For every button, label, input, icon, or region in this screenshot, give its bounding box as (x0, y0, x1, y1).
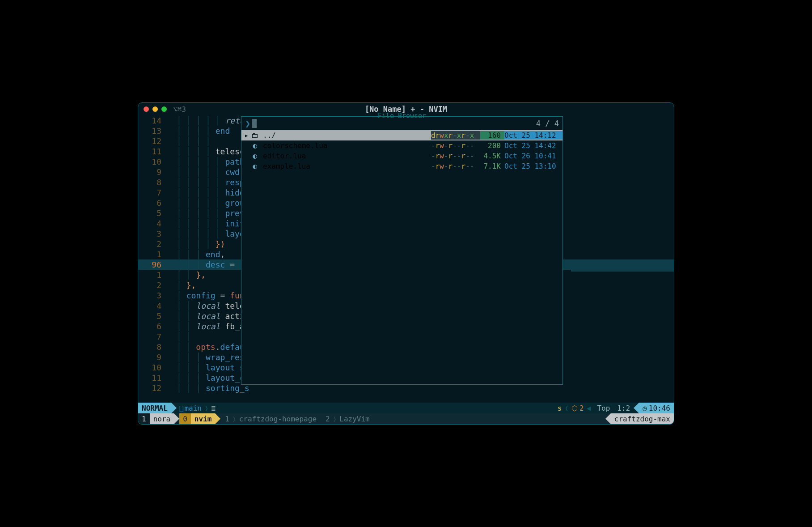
line-number: 7 (138, 188, 166, 197)
file-name: colorscheme.lua (260, 141, 431, 150)
file-browser-title: File Browser (241, 112, 562, 120)
indent-guides: │ │ (177, 342, 196, 352)
tmux-active-window-index[interactable]: 0 (179, 413, 191, 424)
code-text: config = func (186, 291, 250, 300)
line-number: 2 (138, 239, 166, 249)
line-number: 5 (138, 311, 166, 321)
indent-guides: │ │ │ (177, 260, 206, 269)
tmux-window-index: 1 (225, 415, 229, 423)
indent-guides: │ │ │ │ │ (177, 157, 225, 166)
file-permissions: -rw-r--r-- (431, 152, 480, 160)
file-date: Oct 25 14:12 (504, 131, 562, 140)
file-browser-panel[interactable]: File Browser ❯ 4 / 4 ▸🗀../drwxr-xr-x160O… (241, 116, 563, 385)
indent-guides: │ │ │ │ │ (177, 208, 225, 218)
line-number: 4 (138, 219, 166, 228)
selection-caret-icon: ▸ (243, 131, 250, 140)
tmux-window[interactable]: 1❭craftzdog-homepage (220, 415, 321, 423)
statusline: NORMAL  main ❭ ≣ s ❬ ⬡ 2 ◀ Top 1:2 ◷ 10… (138, 403, 674, 413)
package-count: 2 (579, 404, 584, 412)
file-date: Oct 25 13:10 (504, 162, 562, 170)
tmux-statusbar: 1 nora 0 nvim 1❭craftzdog-homepage2❭Lazy… (138, 413, 674, 424)
file-size: 200 (480, 141, 504, 150)
tmux-window-name: LazyVim (339, 415, 369, 423)
file-name: editor.lua (260, 152, 431, 160)
code-text: }) (216, 239, 225, 249)
code-text: end (216, 126, 230, 136)
separator-thin-icon: ❭ (333, 415, 337, 423)
line-number: 8 (138, 178, 166, 187)
folder-icon: 🗀 (250, 131, 260, 140)
line-number: 5 (138, 208, 166, 218)
file-list[interactable]: ▸🗀../drwxr-xr-x160Oct 25 14:12 ◐colorsch… (241, 130, 562, 171)
result-counter: 4 / 4 (536, 119, 559, 128)
clock-segment: ◷ 10:46 (639, 403, 674, 413)
tmux-session-name[interactable]: nora (150, 413, 174, 424)
indent-guides: │ │ │ │ │ (177, 219, 225, 228)
line-number: 12 (138, 383, 166, 393)
separator-icon (171, 403, 177, 413)
separator-icon (634, 403, 639, 413)
line-number: 3 (138, 291, 166, 300)
line-number: 96 (138, 260, 166, 269)
lua-file-icon: ◐ (250, 162, 260, 170)
indent-guides: │ │ │ │ │ (177, 116, 225, 125)
indent-guides: │ │ │ │ (177, 239, 216, 249)
line-number: 11 (138, 373, 166, 382)
lines-icon: ≣ (211, 404, 216, 412)
indent-guides: │ (177, 280, 186, 290)
indent-guides: │ │ │ │ │ (177, 188, 225, 197)
file-name: ../ (260, 131, 431, 140)
indent-guides: │ │ │ │ │ (177, 167, 225, 177)
indent-guides: │ │ │ (177, 353, 206, 362)
line-number: 14 (138, 116, 166, 125)
file-date: Oct 25 14:42 (504, 141, 562, 150)
line-number: 10 (138, 363, 166, 372)
line-number: 3 (138, 229, 166, 238)
file-permissions: drwxr-xr-x (431, 131, 480, 140)
line-number: 8 (138, 342, 166, 352)
tmux-active-window-name[interactable]: nvim (191, 413, 216, 424)
separator-thin-icon: ❭ (202, 404, 211, 412)
indent-guides: │ │ (177, 311, 196, 321)
line-number: 10 (138, 157, 166, 166)
line-number: 12 (138, 136, 166, 146)
file-row[interactable]: ◐colorscheme.lua-rw-r--r--200Oct 25 14:4… (241, 140, 562, 151)
text-cursor[interactable] (252, 119, 257, 128)
code-text: }, (186, 280, 196, 290)
file-date: Oct 26 10:41 (504, 152, 562, 160)
indent-guides: │ │ │ │ │ (177, 198, 225, 208)
clock-icon: ◷ (643, 404, 647, 412)
line-number: 6 (138, 198, 166, 208)
tmux-window-name: craftzdog-homepage (239, 415, 317, 423)
tmux-session-index[interactable]: 1 (138, 413, 150, 424)
indent-guides: │ │ │ │ (177, 147, 216, 156)
tmux-window[interactable]: 2❭LazyVim (321, 415, 374, 423)
indent-guides: │ │ (177, 332, 196, 341)
cursor-line-highlight-right (571, 261, 674, 272)
file-row-directory[interactable]: ▸🗀../drwxr-xr-x160Oct 25 14:12 (241, 130, 562, 140)
line-number: 9 (138, 167, 166, 177)
separator-thin-icon: ❭ (232, 415, 237, 423)
file-row[interactable]: ◐example.lua-rw-r--r--7.1KOct 25 13:10 (241, 161, 562, 171)
indent-guides: │ │ │ (177, 363, 206, 372)
git-branch-name: main (183, 404, 202, 412)
indent-guides: │ │ │ (177, 383, 206, 393)
tmux-window-index: 2 (326, 415, 330, 423)
file-name: example.lua (260, 162, 431, 170)
indent-guides: │ │ │ (177, 250, 206, 259)
indent-guides: │ │ (177, 322, 196, 331)
lua-file-icon: ◐ (250, 152, 260, 160)
file-row[interactable]: ◐editor.lua-rw-r--r--4.5KOct 26 10:41 (241, 151, 562, 161)
indent-guides: │ │ (177, 270, 196, 280)
line-number: 4 (138, 301, 166, 310)
git-branch-icon:  (177, 404, 184, 412)
terminal-window: ⌥⌘3 [No Name] + - NVIM 14 │ │ │ │ │ retu… (138, 102, 674, 425)
file-permissions: -rw-r--r-- (431, 162, 480, 170)
line-number: 1 (138, 250, 166, 259)
file-size: 7.1K (480, 162, 504, 170)
line-number: 1 (138, 270, 166, 280)
line-number: 13 (138, 126, 166, 136)
indent-guides: │ │ │ │ (177, 136, 216, 146)
indent-guides: │ (177, 291, 186, 300)
line-number: 7 (138, 332, 166, 341)
